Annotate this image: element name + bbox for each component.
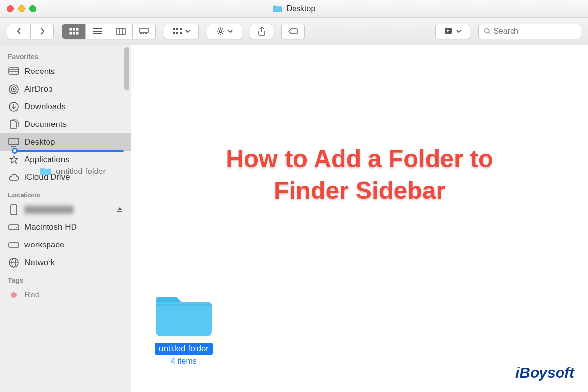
sidebar-item-label: Documents: [24, 120, 67, 129]
svg-line-28: [222, 33, 223, 34]
svg-rect-12: [140, 28, 148, 32]
sidebar-item-applications[interactable]: Applications: [0, 151, 131, 169]
svg-rect-16: [173, 28, 175, 30]
svg-point-46: [16, 227, 17, 228]
sidebar-item-icloud-drive[interactable]: iCloud Drive: [0, 169, 131, 186]
svg-line-30: [222, 28, 223, 29]
quick-actions-button[interactable]: [435, 24, 470, 39]
svg-line-33: [489, 32, 490, 34]
sidebar-item-downloads[interactable]: Downloads: [0, 98, 131, 116]
search-icon: [484, 27, 490, 35]
sidebar-item-desktop[interactable]: Desktop: [0, 133, 131, 151]
svg-point-22: [219, 30, 222, 33]
main-content[interactable]: How to Add a Folder to Finder Sidebar un…: [131, 45, 588, 392]
watermark-logo: iBoysoft: [515, 365, 574, 381]
sidebar-item-label: Downloads: [24, 102, 66, 112]
svg-rect-20: [176, 32, 178, 34]
svg-rect-1: [73, 28, 75, 30]
gear-icon: [216, 27, 225, 36]
applications-icon: [8, 154, 20, 166]
sidebar-item-macintosh-hd[interactable]: Macintosh HD: [0, 219, 131, 236]
column-view-button[interactable]: [109, 24, 132, 39]
folder-icon: [273, 5, 283, 13]
cursor-box-icon: [444, 27, 453, 35]
svg-rect-44: [117, 211, 122, 212]
sidebar-item-label: Recents: [24, 67, 55, 76]
back-button[interactable]: [7, 24, 30, 39]
minimize-button[interactable]: [18, 5, 25, 12]
forward-button[interactable]: [30, 24, 54, 39]
svg-rect-15: [145, 33, 147, 34]
disk-icon: [8, 221, 20, 233]
sidebar-section-locations-header: Locations: [0, 186, 131, 201]
svg-rect-41: [9, 138, 19, 145]
airdrop-icon: [8, 83, 20, 95]
group-by-button[interactable]: [164, 24, 199, 39]
svg-point-52: [11, 292, 17, 298]
gallery-view-button[interactable]: [132, 24, 156, 39]
chevron-down-icon: [456, 30, 461, 33]
search-input[interactable]: [493, 27, 576, 36]
list-view-button[interactable]: [85, 24, 109, 39]
svg-point-32: [485, 28, 489, 33]
sidebar-section-tags-header: Tags: [0, 271, 131, 286]
downloads-icon: [8, 101, 20, 113]
sidebar-item-label: workspace: [24, 240, 64, 250]
action-menu-button[interactable]: [207, 24, 242, 39]
tag-icon: [288, 28, 298, 35]
svg-rect-19: [173, 32, 175, 34]
disk-icon: [8, 239, 20, 251]
svg-point-48: [16, 245, 17, 245]
desktop-icon: [8, 136, 20, 148]
svg-rect-17: [176, 28, 178, 30]
sidebar-item-label: Macintosh HD: [24, 222, 77, 232]
svg-line-29: [218, 33, 219, 34]
documents-icon: [8, 119, 20, 130]
folder-name-label: untitled folder: [155, 343, 213, 355]
window-controls: [7, 5, 36, 12]
svg-rect-34: [9, 68, 19, 74]
tag-red-icon: [8, 289, 20, 301]
share-button[interactable]: [250, 24, 273, 39]
sidebar: Favorites Recents AirDrop Downloads Docu…: [0, 45, 131, 392]
search-field[interactable]: [478, 24, 581, 39]
svg-rect-4: [73, 32, 75, 34]
share-icon: [258, 27, 266, 36]
svg-point-39: [13, 88, 15, 90]
toolbar: [0, 18, 588, 45]
svg-line-27: [218, 28, 219, 29]
svg-rect-18: [180, 28, 182, 30]
folder-item[interactable]: untitled folder 4 items: [147, 290, 220, 366]
sidebar-item-label: Red: [24, 290, 40, 300]
chevron-down-icon: [185, 30, 190, 33]
svg-rect-43: [11, 205, 17, 215]
sidebar-section-favorites-header: Favorites: [0, 48, 131, 63]
recents-icon: [8, 66, 20, 77]
titlebar: Desktop: [0, 0, 588, 18]
window-title: Desktop: [273, 4, 316, 13]
sidebar-item-documents[interactable]: Documents: [0, 116, 131, 133]
eject-icon[interactable]: [116, 206, 123, 213]
sidebar-item-network[interactable]: Network: [0, 254, 131, 271]
svg-rect-5: [76, 32, 78, 34]
tags-button[interactable]: [281, 24, 305, 39]
watermark-text: iBoysoft: [515, 365, 574, 381]
close-button[interactable]: [7, 5, 14, 12]
maximize-button[interactable]: [29, 5, 36, 12]
overlay-title: How to Add a Folder to Finder Sidebar: [131, 143, 588, 207]
svg-rect-13: [140, 33, 142, 34]
sidebar-item-device[interactable]: [0, 201, 131, 219]
sidebar-item-label: Applications: [24, 155, 70, 165]
overlay-line-1: How to Add a Folder to: [131, 143, 588, 175]
sidebar-item-airdrop[interactable]: AirDrop: [0, 80, 131, 98]
sidebar-item-tag-red[interactable]: Red: [0, 286, 131, 304]
folder-icon: [152, 290, 216, 339]
sidebar-item-label: AirDrop: [24, 84, 53, 94]
overlay-line-2: Finder Sidebar: [131, 175, 588, 207]
sidebar-item-workspace[interactable]: workspace: [0, 236, 131, 254]
sidebar-item-recents[interactable]: Recents: [0, 63, 131, 80]
svg-rect-21: [180, 32, 182, 34]
svg-rect-9: [117, 28, 125, 34]
icon-view-button[interactable]: [62, 24, 85, 39]
view-mode-segment: [62, 24, 156, 39]
